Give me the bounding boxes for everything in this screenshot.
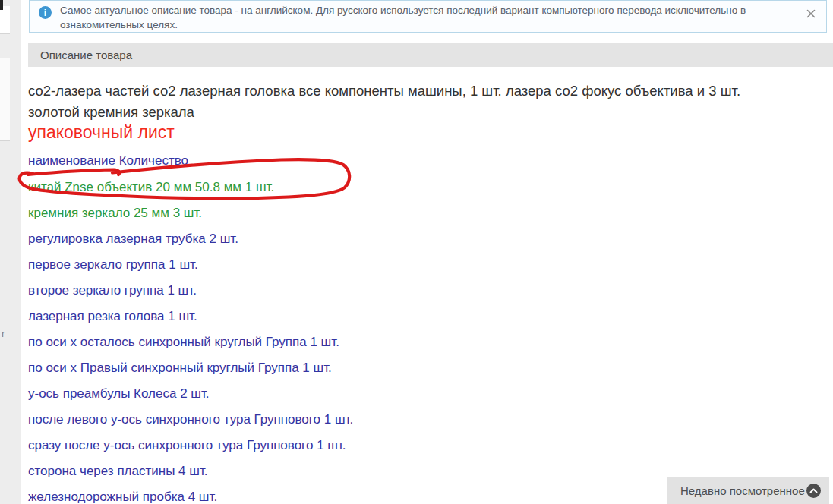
description-content: со2-лазера частей со2 лазерная головка в… bbox=[28, 0, 833, 504]
packing-list-header: наименование Количество bbox=[28, 153, 188, 169]
recently-viewed-label: Недавно посмотренное bbox=[680, 484, 805, 497]
description-intro-line: со2-лазера частей со2 лазерная головка в… bbox=[28, 80, 829, 102]
cut-off-text-fragment: r bbox=[2, 328, 5, 339]
packing-list-title: упаковочный лист bbox=[28, 122, 175, 143]
packing-list-item: после левого у-ось синхронного тура Груп… bbox=[28, 412, 353, 427]
chevron-up-circle-icon bbox=[806, 484, 821, 498]
packing-list-item: первое зеркало группа 1 шт. bbox=[28, 257, 198, 272]
product-description-page: r i Самое актуальное описание товара - н… bbox=[0, 0, 833, 504]
packing-list-item: по оси x осталось синхронный круглый Гру… bbox=[28, 335, 339, 350]
packing-list-item: регулировка лазерная трубка 2 шт. bbox=[28, 232, 238, 247]
recently-viewed-button[interactable]: Недавно посмотренное bbox=[667, 477, 829, 504]
description-intro-line: золотой кремния зеркала bbox=[28, 102, 829, 123]
packing-list-item: кремния зеркало 25 мм 3 шт. bbox=[28, 206, 202, 221]
left-edge-panel-fragment bbox=[0, 58, 10, 141]
packing-list-item: сразу после у-ось синхронного тура Групп… bbox=[28, 438, 346, 453]
packing-list-item: железнодорожный пробка 4 шт. bbox=[28, 490, 217, 504]
packing-list-item: по оси x Правый синхронный круглый Групп… bbox=[28, 361, 332, 376]
packing-list-item: у-ось преамбулы Колеса 2 шт. bbox=[28, 386, 210, 402]
packing-list-item: сторона через пластины 4 шт. bbox=[28, 464, 208, 479]
packing-list-item: второе зеркало группа 1 шт. bbox=[28, 283, 197, 298]
packing-list-item: китай Znse объектив 20 мм 50.8 мм 1 шт. bbox=[28, 180, 274, 195]
left-edge-dark-fragment bbox=[0, 0, 3, 10]
description-intro: со2-лазера частей со2 лазерная головка в… bbox=[28, 80, 829, 122]
packing-list-item: лазерная резка голова 1 шт. bbox=[28, 309, 197, 324]
left-edge-panel-fragment bbox=[0, 6, 10, 34]
